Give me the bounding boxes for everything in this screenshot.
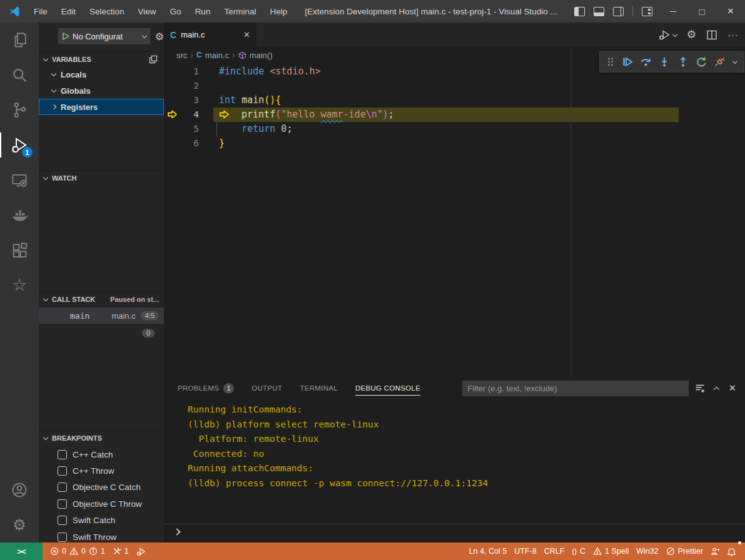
encoding[interactable]: UTF-8 — [510, 542, 540, 560]
notifications-button[interactable] — [723, 542, 740, 560]
variables-item-locals[interactable]: Locals — [39, 66, 164, 82]
editor-gear-icon[interactable]: ⚙ — [687, 28, 696, 41]
panel-tab-problems[interactable]: PROBLEMS1 — [169, 378, 243, 399]
settings-button[interactable]: ⚙ — [0, 508, 39, 542]
breakpoint-checkbox[interactable] — [58, 466, 67, 476]
close-panel-icon[interactable]: ✕ — [728, 382, 736, 394]
panel-tab-output[interactable]: OUTPUT — [243, 378, 291, 399]
remote-indicator[interactable]: >< — [0, 542, 43, 560]
menu-view[interactable]: View — [131, 7, 163, 16]
menu-edit[interactable]: Edit — [54, 7, 83, 16]
sidebar-item-remote-explorer[interactable] — [0, 162, 39, 198]
continue-button[interactable] — [622, 56, 633, 68]
breakpoint-row[interactable]: Objective C Throw — [39, 496, 164, 512]
variables-item-globals[interactable]: Globals — [39, 82, 164, 99]
breakpoints-section-header[interactable]: BREAKPOINTS — [39, 430, 164, 445]
breakpoint-checkbox[interactable] — [58, 516, 67, 525]
debug-status[interactable] — [133, 542, 150, 560]
thread-badge: 0 — [142, 329, 155, 338]
sidebar-item-search[interactable] — [0, 58, 39, 92]
variables-section-header[interactable]: VARIABLES — [39, 51, 164, 66]
menu-help[interactable]: Help — [263, 7, 294, 16]
debug-console-input[interactable] — [164, 524, 745, 539]
tab-main-c[interactable]: C main.c ✕ — [164, 22, 256, 47]
debug-toolbar-chevron-icon[interactable] — [732, 59, 737, 64]
debug-console-output[interactable]: Running initCommands:(lldb) platform sel… — [188, 402, 739, 511]
breakpoint-row[interactable]: Objective C Catch — [39, 479, 164, 496]
launch-config-gear-icon[interactable]: ⚙ — [155, 31, 164, 42]
code-area[interactable]: 1#include <stdio.h>23int main(){4printf(… — [164, 64, 745, 378]
problems-badge: 1 — [223, 383, 234, 394]
cursor-position[interactable]: Ln 4, Col 5 — [465, 542, 510, 560]
close-tab-icon[interactable]: ✕ — [243, 30, 250, 39]
sidebar-item-docker[interactable] — [0, 198, 39, 232]
breakpoint-row[interactable]: C++ Catch — [39, 446, 164, 462]
spell-checker-status[interactable]: 1 Spell — [589, 542, 632, 560]
step-over-button[interactable] — [640, 56, 652, 68]
breakpoint-checkbox[interactable] — [58, 450, 67, 459]
copy-icon[interactable] — [149, 55, 164, 64]
sidebar-item-run-debug[interactable]: 1 — [0, 128, 39, 162]
menu-selection[interactable]: Selection — [83, 7, 131, 16]
maximize-button[interactable]: □ — [687, 0, 716, 22]
breakpoint-checkbox[interactable] — [58, 499, 67, 509]
feedback-button[interactable] — [707, 542, 723, 560]
customize-layout-icon[interactable] — [642, 7, 652, 16]
breadcrumb-folder[interactable]: src — [176, 51, 187, 60]
breakpoint-row[interactable]: C++ Throw — [39, 462, 164, 479]
remote-icon: >< — [17, 547, 25, 556]
toggle-sidebar-icon[interactable] — [574, 7, 585, 16]
maximize-panel-icon[interactable] — [714, 386, 720, 392]
sidebar-item-extensions[interactable] — [0, 232, 39, 268]
more-actions-icon[interactable]: ··· — [727, 29, 739, 40]
run-or-debug-button[interactable] — [657, 28, 677, 42]
call-stack-thread-row[interactable]: 0 — [39, 325, 164, 341]
step-into-button[interactable] — [659, 56, 670, 68]
variables-item-registers[interactable]: Registers — [39, 99, 164, 115]
breadcrumb-symbol[interactable]: main() — [250, 51, 273, 60]
sidebar-item-wamr[interactable]: ☆ — [0, 268, 39, 302]
close-button[interactable]: × — [716, 0, 745, 22]
menu-file[interactable]: File — [27, 7, 54, 16]
toolbar-drag-handle[interactable] — [607, 57, 614, 67]
step-out-button[interactable] — [677, 56, 689, 68]
split-editor-icon[interactable] — [706, 29, 717, 41]
breakpoint-row[interactable]: Swift Throw — [39, 529, 164, 542]
menu-run[interactable]: Run — [188, 7, 218, 16]
platform-status[interactable]: Win32 — [632, 542, 662, 560]
sidebar-item-explorer[interactable] — [0, 22, 39, 58]
code-token: ( — [275, 109, 281, 120]
breadcrumb-file[interactable]: main.c — [205, 51, 229, 60]
console-line: (lldb) process connect -p wasm connect:/… — [188, 476, 739, 491]
panel-tab-terminal[interactable]: TERMINAL — [291, 378, 347, 399]
eol-sequence[interactable]: CRLF — [540, 542, 569, 560]
disconnect-button[interactable] — [714, 56, 726, 68]
console-filter-input[interactable] — [462, 381, 689, 396]
account-button[interactable] — [0, 472, 39, 508]
minimize-button[interactable]: ─ — [659, 0, 687, 22]
restart-button[interactable] — [696, 56, 707, 68]
sidebar-item-source-control[interactable] — [0, 92, 39, 128]
panel-tab-debug-console[interactable]: DEBUG CONSOLE — [347, 378, 429, 399]
problems-status[interactable]: 0 0 1 — [46, 542, 109, 560]
call-stack-section-header[interactable]: CALL STACK Paused on st... — [39, 291, 164, 306]
code-line-4: 4printf("hello wamr-ide\n"); — [164, 108, 745, 122]
breakpoint-checkbox[interactable] — [58, 482, 67, 492]
toggle-secondary-sidebar-icon[interactable] — [613, 7, 624, 16]
editor-scrollbar[interactable] — [570, 49, 571, 394]
toolchain-status[interactable]: 1 — [109, 542, 133, 560]
menu-go[interactable]: Go — [163, 7, 188, 16]
call-stack-frame-row[interactable]: main main.c 4:5 — [39, 308, 164, 324]
line-number[interactable]: 2 — [164, 79, 199, 93]
toggle-panel-icon[interactable] — [594, 7, 604, 16]
breakpoint-checkbox[interactable] — [58, 532, 67, 542]
formatter-status[interactable]: Prettier — [662, 542, 707, 560]
language-mode[interactable]: {} C — [568, 542, 589, 560]
frame-name: main — [70, 311, 89, 321]
menu-terminal[interactable]: Terminal — [217, 7, 263, 16]
watch-section-header[interactable]: WATCH — [39, 170, 164, 185]
clear-console-icon[interactable] — [695, 383, 705, 393]
console-prompt-icon — [173, 528, 180, 535]
debug-config-dropdown[interactable]: No Configurat — [58, 28, 150, 44]
breakpoint-row[interactable]: Swift Catch — [39, 512, 164, 529]
